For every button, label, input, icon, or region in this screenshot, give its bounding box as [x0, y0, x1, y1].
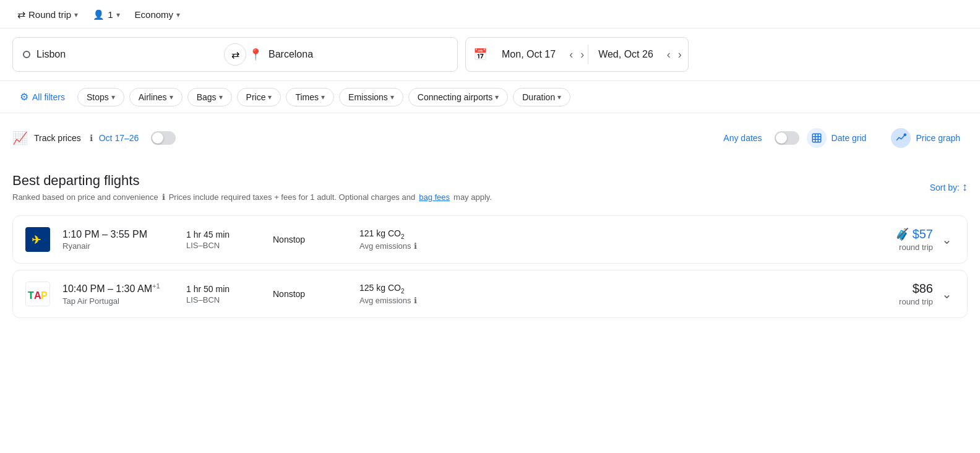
flight-card[interactable]: ✈ 1:10 PM – 3:55 PM Ryanair 1 hr 45 min … — [12, 215, 968, 264]
duration-filter-button[interactable]: Duration ▾ — [513, 88, 570, 106]
search-row: Lisbon ⇄ 📍 Barcelona 📅 Mon, Oct 17 ‹ › W… — [0, 28, 980, 81]
date-grid-button[interactable]: Date grid — [799, 124, 874, 152]
baggage-fee-icon: 🧳 — [895, 228, 909, 241]
track-prices-section: 📈 Track prices ℹ Oct 17–26 — [12, 131, 705, 145]
avg-emissions-label: Avg emissions — [359, 241, 411, 251]
emissions-chevron: ▾ — [390, 93, 394, 101]
flight-price: $86 round trip ⌄ — [899, 282, 955, 306]
date-section: 📅 Mon, Oct 17 ‹ › Wed, Oct 26 ‹ › — [465, 37, 689, 72]
emissions-info-icon[interactable]: ℹ — [414, 241, 417, 251]
results-subtitle: Ranked based on price and convenience ℹ … — [12, 192, 492, 202]
connecting-airports-filter-button[interactable]: Connecting airports ▾ — [408, 88, 508, 106]
passengers-chevron: ▾ — [116, 11, 120, 19]
all-filters-label: All filters — [32, 92, 65, 102]
times-filter-button[interactable]: Times ▾ — [286, 88, 334, 106]
flight-price: 🧳 $57 round trip ⌄ — [895, 227, 955, 252]
results-section: Best departing flights Ranked based on p… — [0, 160, 980, 215]
airlines-label: Airlines — [139, 92, 167, 102]
times-chevron: ▾ — [321, 93, 325, 101]
track-row: 📈 Track prices ℹ Oct 17–26 Any dates Dat… — [0, 113, 980, 160]
airlines-chevron: ▾ — [170, 93, 173, 101]
price-trip: round trip — [895, 243, 933, 252]
flight-avg-emissions: Avg emissions ℹ — [359, 296, 458, 305]
flight-duration-time: 1 hr 50 min — [186, 284, 260, 294]
ranked-text: Ranked based on price and convenience — [12, 192, 158, 202]
duration-label: Duration — [522, 92, 555, 102]
search-box[interactable]: Lisbon ⇄ 📍 Barcelona — [12, 37, 458, 72]
price-main: $86 — [899, 282, 933, 296]
all-filters-button[interactable]: ⚙ All filters — [12, 87, 72, 106]
stops-filter-button[interactable]: Stops ▾ — [77, 88, 124, 106]
airlines-filter-button[interactable]: Airlines ▾ — [129, 88, 183, 106]
ryanair-logo: ✈ — [25, 227, 50, 252]
svg-text:P: P — [41, 290, 48, 301]
time-superscript: +1 — [152, 282, 160, 290]
any-dates-toggle[interactable] — [775, 131, 799, 145]
cabin-button[interactable]: Economy ▾ — [130, 7, 186, 22]
flight-route: LIS–BCN — [186, 295, 260, 304]
cabin-chevron: ▾ — [176, 11, 180, 19]
destination-section[interactable]: 📍 Barcelona — [249, 48, 447, 61]
emissions-label: Emissions — [348, 92, 388, 102]
airline-logo: T A P — [25, 282, 50, 306]
outbound-date-next[interactable]: › — [577, 45, 588, 65]
return-date-button[interactable]: Wed, Oct 26 — [588, 44, 663, 65]
price-label: Price — [246, 92, 266, 102]
person-icon: 👤 — [93, 9, 105, 20]
return-date-next[interactable]: › — [674, 45, 686, 65]
view-buttons: Date grid Price graph — [799, 124, 968, 152]
flight-duration: 1 hr 45 min LIS–BCN — [186, 230, 260, 250]
flight-airline: Ryanair — [62, 241, 174, 251]
bags-chevron: ▾ — [219, 93, 223, 101]
return-date-prev[interactable]: ‹ — [663, 45, 674, 65]
outbound-date-prev[interactable]: ‹ — [565, 45, 577, 65]
trip-type-button[interactable]: ⇄ Round trip ▾ — [12, 6, 83, 23]
origin-section[interactable]: Lisbon — [23, 49, 221, 60]
co2-sub: 2 — [401, 233, 405, 240]
track-prices-label: Track prices — [34, 133, 81, 143]
connecting-airports-chevron: ▾ — [495, 93, 499, 101]
taxes-note2: may apply. — [453, 192, 492, 202]
outbound-date-button[interactable]: Mon, Oct 17 — [492, 44, 565, 65]
flight-avg-emissions: Avg emissions ℹ — [359, 241, 458, 251]
info-circle-icon[interactable]: ℹ — [162, 192, 165, 202]
destination-pin-icon: 📍 — [249, 48, 262, 61]
price-graph-button[interactable]: Price graph — [883, 124, 968, 152]
flight-card[interactable]: T A P 10:40 PM – 1:30 AM+1 Tap Air Portu… — [12, 270, 968, 318]
taxes-note: Prices include required taxes + fees for… — [169, 192, 416, 202]
filter-row: ⚙ All filters Stops ▾ Airlines ▾ Bags ▾ … — [0, 81, 980, 113]
passengers-label: 1 — [108, 9, 113, 20]
flight-duration: 1 hr 50 min LIS–BCN — [186, 284, 260, 304]
sort-by-button[interactable]: Sort by: ↕ — [930, 181, 968, 194]
any-dates-toggle-knob — [776, 132, 787, 144]
price-filter-button[interactable]: Price ▾ — [237, 88, 282, 106]
expand-button[interactable]: ⌄ — [939, 230, 955, 249]
flight-duration-time: 1 hr 45 min — [186, 230, 260, 239]
bags-filter-button[interactable]: Bags ▾ — [187, 88, 232, 106]
flight-co2: 125 kg CO2 — [359, 283, 458, 295]
svg-text:✈: ✈ — [32, 234, 41, 246]
times-label: Times — [295, 92, 319, 102]
results-title: Best departing flights — [12, 173, 492, 189]
price-trip: round trip — [899, 297, 933, 306]
flight-stops: Nonstop — [273, 235, 347, 244]
emissions-filter-button[interactable]: Emissions ▾ — [339, 88, 403, 106]
swap-button[interactable]: ⇄ — [224, 43, 246, 66]
trip-type-chevron: ▾ — [74, 11, 78, 19]
emissions-info-icon[interactable]: ℹ — [414, 296, 417, 305]
bag-fees-link[interactable]: bag fees — [419, 192, 450, 202]
expand-button[interactable]: ⌄ — [939, 284, 955, 304]
any-dates-label: Any dates — [723, 133, 762, 143]
connecting-airports-label: Connecting airports — [418, 92, 492, 102]
trip-type-label: Round trip — [28, 9, 71, 20]
any-dates-section: Any dates — [723, 131, 799, 145]
return-date-text: Wed, Oct 26 — [598, 49, 653, 60]
info-icon[interactable]: ℹ — [90, 133, 93, 143]
swap-icon: ⇄ — [17, 9, 25, 20]
bags-label: Bags — [197, 92, 217, 102]
flight-emissions: 121 kg CO2 Avg emissions ℹ — [359, 228, 458, 251]
track-prices-toggle[interactable] — [151, 131, 176, 145]
origin-dot-icon — [23, 51, 30, 58]
passengers-button[interactable]: 👤 1 ▾ — [88, 7, 124, 23]
date-grid-label: Date grid — [832, 133, 867, 143]
